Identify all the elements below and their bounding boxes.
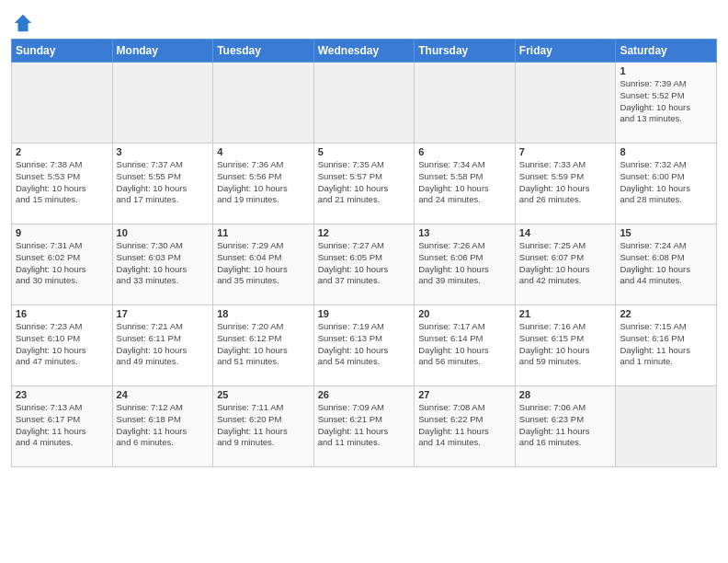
calendar-cell: 18Sunrise: 7:20 AM Sunset: 6:12 PM Dayli…: [213, 305, 314, 386]
calendar-cell: 24Sunrise: 7:12 AM Sunset: 6:18 PM Dayli…: [112, 386, 213, 467]
week-row-4: 23Sunrise: 7:13 AM Sunset: 6:17 PM Dayli…: [12, 386, 717, 467]
logo: [11, 13, 33, 33]
day-info: Sunrise: 7:23 AM Sunset: 6:10 PM Dayligh…: [16, 321, 108, 368]
week-row-3: 16Sunrise: 7:23 AM Sunset: 6:10 PM Dayli…: [12, 305, 717, 386]
weekday-header-friday: Friday: [515, 40, 616, 63]
calendar-cell: 8Sunrise: 7:32 AM Sunset: 6:00 PM Daylig…: [616, 144, 717, 224]
day-info: Sunrise: 7:11 AM Sunset: 6:20 PM Dayligh…: [217, 402, 310, 449]
day-info: Sunrise: 7:32 AM Sunset: 6:00 PM Dayligh…: [620, 159, 712, 206]
calendar-cell: [112, 63, 213, 144]
weekday-header-sunday: Sunday: [12, 40, 113, 63]
day-info: Sunrise: 7:36 AM Sunset: 5:56 PM Dayligh…: [217, 159, 310, 206]
calendar-cell: 6Sunrise: 7:34 AM Sunset: 5:58 PM Daylig…: [415, 144, 516, 224]
calendar-cell: [313, 63, 415, 144]
week-row-1: 2Sunrise: 7:38 AM Sunset: 5:53 PM Daylig…: [12, 144, 717, 224]
weekday-header-wednesday: Wednesday: [313, 40, 415, 63]
calendar-cell: 13Sunrise: 7:26 AM Sunset: 6:06 PM Dayli…: [415, 224, 516, 305]
calendar-cell: 28Sunrise: 7:06 AM Sunset: 6:23 PM Dayli…: [515, 386, 616, 467]
weekday-row: SundayMondayTuesdayWednesdayThursdayFrid…: [12, 40, 717, 63]
weekday-header-thursday: Thursday: [415, 40, 516, 63]
day-number: 6: [418, 146, 511, 157]
day-number: 1: [620, 65, 712, 76]
day-info: Sunrise: 7:16 AM Sunset: 6:15 PM Dayligh…: [519, 321, 612, 368]
logo-icon: [13, 13, 33, 33]
calendar-body: 1Sunrise: 7:39 AM Sunset: 5:52 PM Daylig…: [12, 63, 717, 467]
weekday-header-monday: Monday: [112, 40, 213, 63]
day-number: 22: [620, 308, 712, 319]
day-number: 11: [217, 227, 310, 238]
day-number: 20: [418, 308, 511, 319]
calendar-cell: 7Sunrise: 7:33 AM Sunset: 5:59 PM Daylig…: [515, 144, 616, 224]
calendar-cell: 10Sunrise: 7:30 AM Sunset: 6:03 PM Dayli…: [112, 224, 213, 305]
calendar-cell: 19Sunrise: 7:19 AM Sunset: 6:13 PM Dayli…: [313, 305, 415, 386]
day-number: 24: [117, 389, 210, 400]
day-info: Sunrise: 7:08 AM Sunset: 6:22 PM Dayligh…: [418, 402, 511, 449]
day-number: 15: [620, 227, 712, 238]
day-number: 27: [418, 389, 511, 400]
day-number: 9: [16, 227, 108, 238]
calendar-cell: [616, 386, 717, 467]
day-number: 26: [318, 389, 411, 400]
calendar-cell: [12, 63, 113, 144]
calendar-cell: 1Sunrise: 7:39 AM Sunset: 5:52 PM Daylig…: [616, 63, 717, 144]
day-info: Sunrise: 7:24 AM Sunset: 6:08 PM Dayligh…: [620, 240, 712, 287]
day-number: 16: [16, 308, 108, 319]
day-info: Sunrise: 7:15 AM Sunset: 6:16 PM Dayligh…: [620, 321, 712, 368]
calendar-cell: 12Sunrise: 7:27 AM Sunset: 6:05 PM Dayli…: [313, 224, 415, 305]
day-info: Sunrise: 7:25 AM Sunset: 6:07 PM Dayligh…: [519, 240, 612, 287]
calendar-container: SundayMondayTuesdayWednesdayThursdayFrid…: [0, 0, 728, 477]
calendar-table: SundayMondayTuesdayWednesdayThursdayFrid…: [11, 39, 717, 467]
calendar-cell: 14Sunrise: 7:25 AM Sunset: 6:07 PM Dayli…: [515, 224, 616, 305]
day-number: 28: [519, 389, 612, 400]
day-number: 5: [318, 146, 411, 157]
calendar-cell: 27Sunrise: 7:08 AM Sunset: 6:22 PM Dayli…: [415, 386, 516, 467]
calendar-header: SundayMondayTuesdayWednesdayThursdayFrid…: [12, 40, 717, 63]
svg-marker-0: [15, 15, 31, 31]
day-info: Sunrise: 7:30 AM Sunset: 6:03 PM Dayligh…: [117, 240, 210, 287]
day-info: Sunrise: 7:13 AM Sunset: 6:17 PM Dayligh…: [16, 402, 108, 449]
day-number: 12: [318, 227, 411, 238]
calendar-cell: 3Sunrise: 7:37 AM Sunset: 5:55 PM Daylig…: [112, 144, 213, 224]
calendar-cell: 22Sunrise: 7:15 AM Sunset: 6:16 PM Dayli…: [616, 305, 717, 386]
day-info: Sunrise: 7:27 AM Sunset: 6:05 PM Dayligh…: [318, 240, 411, 287]
calendar-cell: [515, 63, 616, 144]
day-info: Sunrise: 7:19 AM Sunset: 6:13 PM Dayligh…: [318, 321, 411, 368]
day-number: 2: [16, 146, 108, 157]
day-info: Sunrise: 7:20 AM Sunset: 6:12 PM Dayligh…: [217, 321, 310, 368]
day-info: Sunrise: 7:38 AM Sunset: 5:53 PM Dayligh…: [16, 159, 108, 206]
day-info: Sunrise: 7:34 AM Sunset: 5:58 PM Dayligh…: [418, 159, 511, 206]
week-row-2: 9Sunrise: 7:31 AM Sunset: 6:02 PM Daylig…: [12, 224, 717, 305]
calendar-cell: [213, 63, 314, 144]
day-number: 10: [117, 227, 210, 238]
weekday-header-saturday: Saturday: [616, 40, 717, 63]
calendar-cell: 23Sunrise: 7:13 AM Sunset: 6:17 PM Dayli…: [12, 386, 113, 467]
calendar-cell: 4Sunrise: 7:36 AM Sunset: 5:56 PM Daylig…: [213, 144, 314, 224]
day-info: Sunrise: 7:33 AM Sunset: 5:59 PM Dayligh…: [519, 159, 612, 206]
day-info: Sunrise: 7:12 AM Sunset: 6:18 PM Dayligh…: [117, 402, 210, 449]
day-number: 25: [217, 389, 310, 400]
day-info: Sunrise: 7:29 AM Sunset: 6:04 PM Dayligh…: [217, 240, 310, 287]
day-number: 18: [217, 308, 310, 319]
day-number: 13: [418, 227, 511, 238]
day-info: Sunrise: 7:09 AM Sunset: 6:21 PM Dayligh…: [318, 402, 411, 449]
day-number: 8: [620, 146, 712, 157]
calendar-cell: 9Sunrise: 7:31 AM Sunset: 6:02 PM Daylig…: [12, 224, 113, 305]
day-info: Sunrise: 7:35 AM Sunset: 5:57 PM Dayligh…: [318, 159, 411, 206]
calendar-cell: 16Sunrise: 7:23 AM Sunset: 6:10 PM Dayli…: [12, 305, 113, 386]
week-row-0: 1Sunrise: 7:39 AM Sunset: 5:52 PM Daylig…: [12, 63, 717, 144]
day-number: 4: [217, 146, 310, 157]
calendar-cell: 15Sunrise: 7:24 AM Sunset: 6:08 PM Dayli…: [616, 224, 717, 305]
day-number: 14: [519, 227, 612, 238]
calendar-cell: 20Sunrise: 7:17 AM Sunset: 6:14 PM Dayli…: [415, 305, 516, 386]
day-info: Sunrise: 7:39 AM Sunset: 5:52 PM Dayligh…: [620, 78, 712, 125]
day-info: Sunrise: 7:37 AM Sunset: 5:55 PM Dayligh…: [117, 159, 210, 206]
calendar-cell: 11Sunrise: 7:29 AM Sunset: 6:04 PM Dayli…: [213, 224, 314, 305]
calendar-cell: 5Sunrise: 7:35 AM Sunset: 5:57 PM Daylig…: [313, 144, 415, 224]
day-info: Sunrise: 7:06 AM Sunset: 6:23 PM Dayligh…: [519, 402, 612, 449]
day-number: 17: [117, 308, 210, 319]
header: [11, 9, 717, 33]
calendar-cell: [415, 63, 516, 144]
calendar-cell: 26Sunrise: 7:09 AM Sunset: 6:21 PM Dayli…: [313, 386, 415, 467]
calendar-cell: 2Sunrise: 7:38 AM Sunset: 5:53 PM Daylig…: [12, 144, 113, 224]
day-number: 19: [318, 308, 411, 319]
